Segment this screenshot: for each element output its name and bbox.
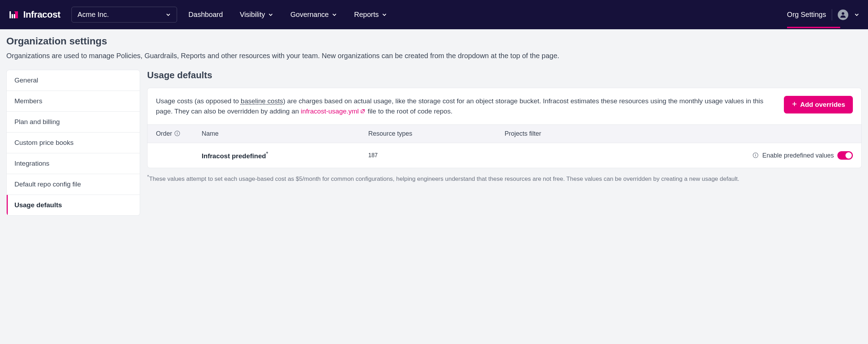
nav-dashboard[interactable]: Dashboard xyxy=(188,11,223,19)
svg-rect-9 xyxy=(755,155,756,156)
chevron-down-icon xyxy=(332,12,337,18)
svg-point-8 xyxy=(755,154,756,154)
usage-yml-link[interactable]: infracost-usage.yml xyxy=(301,106,366,116)
brand-logo[interactable]: Infracost xyxy=(8,9,60,21)
usage-defaults-card: Usage costs (as opposed to baseline cost… xyxy=(147,88,862,168)
sidebar-item-plan-billing[interactable]: Plan and billing xyxy=(7,112,140,133)
main-panel: Usage defaults Usage costs (as opposed t… xyxy=(147,70,862,183)
col-header-order: Order xyxy=(156,130,202,137)
table-row: Infracost predefined* 187 Enable predefi… xyxy=(147,143,861,168)
svg-rect-1 xyxy=(12,14,13,18)
info-icon[interactable] xyxy=(753,152,759,159)
org-selector[interactable]: Acme Inc. xyxy=(71,7,177,23)
sidebar-item-general[interactable]: General xyxy=(7,70,140,91)
navbar: Infracost Acme Inc. Dashboard Visibility… xyxy=(0,0,868,29)
col-header-types: Resource types xyxy=(368,130,504,137)
sidebar-item-integrations[interactable]: Integrations xyxy=(7,153,140,174)
enable-predefined-label: Enable predefined values xyxy=(762,152,834,159)
info-icon[interactable] xyxy=(174,130,181,137)
chevron-down-icon xyxy=(268,12,273,18)
chevron-down-icon[interactable] xyxy=(854,12,860,18)
nav-reports[interactable]: Reports xyxy=(354,11,387,19)
col-header-name: Name xyxy=(202,130,368,137)
svg-rect-6 xyxy=(177,133,178,135)
baseline-costs-term: baseline costs xyxy=(241,97,283,105)
nav-governance[interactable]: Governance xyxy=(290,11,337,19)
page-subtitle: Organizations are used to manage Policie… xyxy=(6,52,862,60)
settings-sidebar: General Members Plan and billing Custom … xyxy=(6,70,140,216)
card-header: Usage costs (as opposed to baseline cost… xyxy=(147,88,861,124)
nav-org-settings[interactable]: Org Settings xyxy=(787,11,826,19)
brand-name: Infracost xyxy=(23,9,60,20)
chevron-down-icon xyxy=(165,12,171,18)
sidebar-item-usage-defaults[interactable]: Usage defaults xyxy=(7,195,140,215)
svg-rect-0 xyxy=(10,11,11,18)
cell-resource-types: 187 xyxy=(368,152,504,159)
sidebar-item-custom-price-books[interactable]: Custom price books xyxy=(7,133,140,153)
cell-actions: Enable predefined values xyxy=(656,151,853,160)
chevron-down-icon xyxy=(382,12,387,18)
sidebar-item-default-repo-config[interactable]: Default repo config file xyxy=(7,174,140,195)
nav-visibility[interactable]: Visibility xyxy=(240,11,273,19)
usage-defaults-table: Order Name Resource types Projects filte… xyxy=(147,124,861,168)
col-header-filter: Projects filter xyxy=(504,130,656,137)
external-link-icon xyxy=(360,109,366,114)
content-row: General Members Plan and billing Custom … xyxy=(6,70,862,216)
person-icon xyxy=(839,11,847,19)
user-avatar[interactable] xyxy=(838,10,848,20)
footnote: *These values attempt to set each usage-… xyxy=(147,173,862,183)
nav-divider xyxy=(832,9,832,20)
section-title: Usage defaults xyxy=(147,70,862,81)
page: Organization settings Organizations are … xyxy=(0,29,868,224)
org-selector-value: Acme Inc. xyxy=(77,11,109,19)
cell-name: Infracost predefined* xyxy=(202,151,368,160)
svg-point-5 xyxy=(177,132,178,133)
col-header-actions xyxy=(656,130,853,137)
card-description: Usage costs (as opposed to baseline cost… xyxy=(156,96,775,117)
nav-menu: Dashboard Visibility Governance Reports xyxy=(188,11,776,19)
nav-right: Org Settings xyxy=(787,9,860,20)
svg-point-3 xyxy=(842,12,844,14)
brand-logo-icon xyxy=(8,9,20,21)
page-title: Organization settings xyxy=(6,36,862,47)
table-header: Order Name Resource types Projects filte… xyxy=(147,124,861,143)
plus-icon xyxy=(792,101,797,109)
enable-predefined-toggle[interactable] xyxy=(837,151,853,160)
svg-rect-2 xyxy=(14,14,15,18)
sidebar-item-members[interactable]: Members xyxy=(7,91,140,112)
add-overrides-button[interactable]: Add overrides xyxy=(784,96,853,113)
